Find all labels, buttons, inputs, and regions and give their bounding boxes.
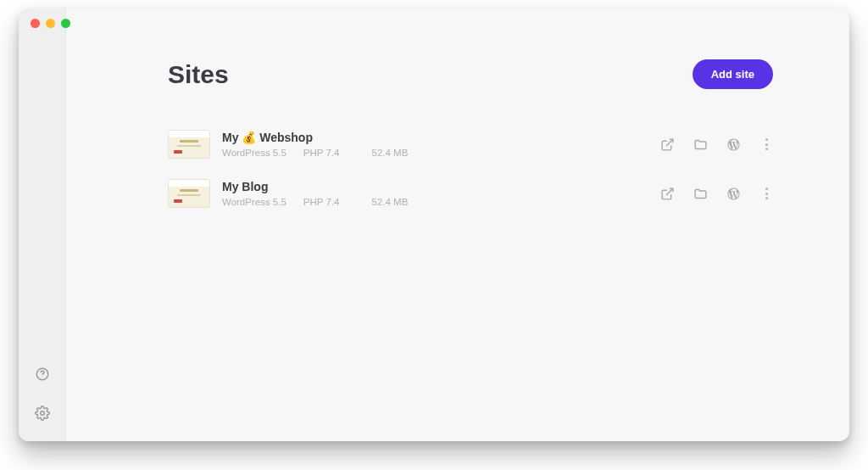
close-window-button[interactable] (31, 19, 40, 28)
wordpress-icon[interactable] (726, 137, 741, 152)
wordpress-icon[interactable] (726, 187, 741, 201)
site-info: My 💰 Webshop WordPress 5.5 PHP 7.4 52.4 … (222, 131, 660, 158)
folder-icon[interactable] (693, 137, 708, 152)
site-size: 52.4 MB (371, 197, 408, 207)
maximize-window-button[interactable] (61, 19, 70, 28)
site-actions (660, 187, 773, 201)
more-options-icon[interactable] (760, 138, 773, 150)
site-row[interactable]: My 💰 Webshop WordPress 5.5 PHP 7.4 52.4 … (168, 125, 773, 174)
settings-icon[interactable] (35, 406, 50, 421)
site-info: My Blog WordPress 5.5 PHP 7.4 52.4 MB (222, 180, 660, 207)
svg-point-2 (40, 411, 44, 416)
page-header: Sites Add site (168, 59, 773, 89)
open-site-icon[interactable] (660, 187, 675, 201)
site-wordpress-version: WordPress 5.5 (222, 148, 287, 158)
site-php-version: PHP 7.4 (303, 197, 340, 207)
window-controls (31, 19, 70, 28)
site-wordpress-version: WordPress 5.5 (222, 197, 287, 207)
minimize-window-button[interactable] (46, 19, 55, 28)
page-title: Sites (168, 60, 229, 89)
site-thumbnail (168, 179, 210, 208)
site-actions (660, 137, 773, 152)
help-icon[interactable] (35, 366, 50, 382)
sidebar (19, 8, 66, 441)
add-site-button[interactable]: Add site (693, 59, 773, 89)
svg-point-1 (42, 377, 42, 378)
site-size: 52.4 MB (371, 148, 408, 158)
site-meta: WordPress 5.5 PHP 7.4 52.4 MB (222, 197, 660, 207)
open-site-icon[interactable] (660, 137, 675, 152)
site-name: My Blog (222, 180, 660, 193)
site-php-version: PHP 7.4 (303, 148, 340, 158)
app-window: Sites Add site My 💰 Webshop WordPress 5.… (19, 8, 849, 441)
site-thumbnail (168, 130, 210, 159)
site-meta: WordPress 5.5 PHP 7.4 52.4 MB (222, 148, 660, 158)
site-row[interactable]: My Blog WordPress 5.5 PHP 7.4 52.4 MB (168, 174, 773, 223)
more-options-icon[interactable] (760, 187, 773, 199)
site-list: My 💰 Webshop WordPress 5.5 PHP 7.4 52.4 … (168, 125, 773, 223)
main-content: Sites Add site My 💰 Webshop WordPress 5.… (66, 8, 849, 441)
folder-icon[interactable] (693, 187, 708, 201)
site-name: My 💰 Webshop (222, 131, 660, 144)
